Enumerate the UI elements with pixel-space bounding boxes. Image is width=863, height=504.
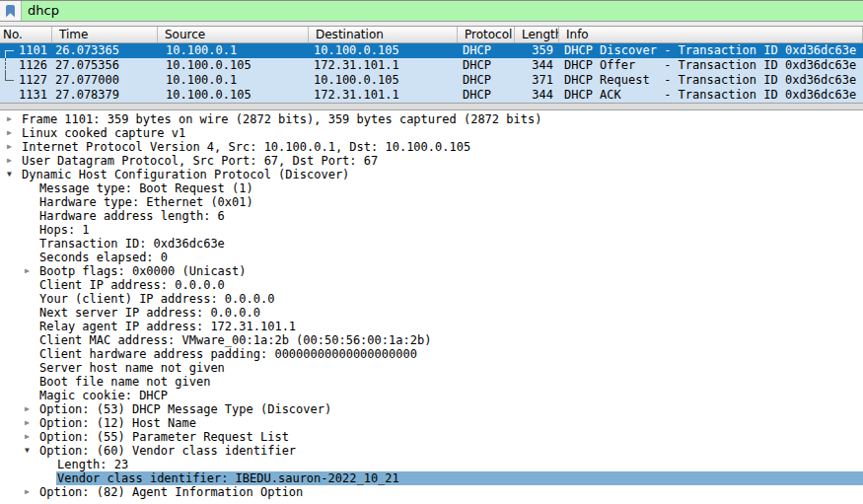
packet-cell-destination: 10.100.0.105 — [309, 43, 458, 58]
detail-row-text: Client IP address: 0.0.0.0 — [39, 278, 225, 292]
detail-tree-row[interactable]: Seconds elapsed: 0 — [0, 251, 863, 264]
packet-list-header: No.TimeSourceDestinationProtocolLengthIn… — [0, 27, 863, 43]
detail-row-text: Option: (60) Vendor class identifier — [39, 444, 296, 458]
expand-arrow-icon[interactable]: ▶ — [25, 430, 30, 444]
detail-row-text: Message type: Boot Request (1) — [39, 181, 253, 195]
packet-cell-source: 10.100.0.1 — [158, 43, 309, 58]
detail-row-text: Boot file name not given — [39, 375, 210, 389]
expand-arrow-icon[interactable]: ▶ — [25, 402, 30, 416]
detail-tree-row[interactable]: Magic cookie: DHCP — [0, 389, 863, 402]
detail-row-text: Internet Protocol Version 4, Src: 10.100… — [22, 140, 470, 154]
column-header-protocol[interactable]: Protocol — [458, 27, 515, 42]
column-header-time[interactable]: Time — [52, 27, 158, 42]
expand-arrow-icon[interactable]: ▶ — [25, 485, 30, 499]
detail-tree-row[interactable]: ▶Option: (55) Parameter Request List — [0, 430, 863, 444]
detail-row-text: Option: (53) DHCP Message Type (Discover… — [39, 402, 331, 416]
expand-arrow-icon[interactable]: ▶ — [7, 140, 12, 154]
detail-row-text: Bootp flags: 0x0000 (Unicast) — [39, 264, 247, 278]
detail-row-text: Client MAC address: VMware_00:1a:2b (00:… — [39, 333, 431, 347]
detail-tree-row[interactable]: Transaction ID: 0xd36dc63e — [0, 237, 863, 251]
packet-cell-no: 1101 — [0, 43, 52, 58]
detail-tree-row[interactable]: Client MAC address: VMware_00:1a:2b (00:… — [0, 333, 863, 347]
packet-cell-no: 1127 — [0, 73, 52, 88]
packet-cell-protocol: DHCP — [458, 73, 515, 88]
detail-tree-row[interactable]: ▶Linux cooked capture v1 — [0, 126, 863, 140]
detail-tree-row[interactable]: Your (client) IP address: 0.0.0.0 — [0, 292, 863, 306]
packet-row[interactable]: 112727.07700010.100.0.110.100.0.105DHCP3… — [0, 73, 863, 88]
detail-tree-row[interactable]: Hops: 1 — [0, 223, 863, 237]
pane-splitter[interactable] — [0, 103, 863, 110]
packet-cell-time: 27.075356 — [52, 58, 158, 73]
expand-arrow-icon[interactable]: ▶ — [7, 154, 12, 168]
detail-row-text: Dynamic Host Configuration Protocol (Dis… — [22, 168, 349, 181]
packet-row[interactable]: 112627.07535610.100.0.105172.31.101.1DHC… — [0, 58, 863, 73]
expand-arrow-icon[interactable]: ▶ — [7, 126, 12, 140]
column-header-length[interactable]: Length — [515, 27, 559, 42]
detail-tree-row[interactable]: ▶Option: (12) Host Name — [0, 416, 863, 430]
detail-row-text: Option: (55) Parameter Request List — [39, 430, 289, 444]
packet-cell-protocol: DHCP — [458, 43, 515, 58]
detail-tree-row[interactable]: Vendor class identifier: IBEDU.sauron-20… — [0, 471, 863, 485]
detail-tree-row[interactable]: Hardware address length: 6 — [0, 209, 863, 223]
filter-bookmark-button[interactable] — [0, 1, 22, 21]
detail-row-text: Next server IP address: 0.0.0.0 — [39, 306, 260, 320]
column-header-destination[interactable]: Destination — [309, 27, 458, 42]
packet-cell-destination: 10.100.0.105 — [309, 73, 458, 88]
detail-row-text: Client hardware address padding: 0000000… — [39, 347, 417, 361]
expand-arrow-icon[interactable]: ▶ — [25, 264, 30, 278]
detail-row-text: Length: 23 — [57, 458, 128, 471]
detail-tree-row[interactable]: Client hardware address padding: 0000000… — [0, 347, 863, 361]
detail-row-text: Relay agent IP address: 172.31.101.1 — [39, 320, 296, 333]
packet-row[interactable]: 113127.07837910.100.0.105172.31.101.1DHC… — [0, 88, 863, 103]
detail-tree-row[interactable]: Hardware type: Ethernet (0x01) — [0, 195, 863, 209]
packet-cell-info: DHCP Request - Transaction ID 0xd36dc63e — [559, 73, 863, 88]
detail-tree-row[interactable]: ▼Option: (60) Vendor class identifier — [0, 444, 863, 458]
packet-cell-time: 27.078379 — [52, 88, 158, 103]
detail-row-text: Hops: 1 — [39, 223, 90, 237]
packet-cell-length: 344 — [515, 88, 559, 103]
expand-arrow-icon[interactable]: ▶ — [7, 112, 12, 126]
packet-cell-length: 344 — [515, 58, 559, 73]
detail-tree-row[interactable]: ▶Internet Protocol Version 4, Src: 10.10… — [0, 140, 863, 154]
column-header-no[interactable]: No. — [0, 27, 52, 42]
detail-tree-row[interactable]: ▶Option: (53) DHCP Message Type (Discove… — [0, 402, 863, 416]
packet-cell-time: 27.077000 — [52, 73, 158, 88]
packet-list-rows: 110126.07336510.100.0.110.100.0.105DHCP3… — [0, 43, 863, 103]
detail-row-text: Vendor class identifier: IBEDU.sauron-20… — [57, 471, 399, 485]
packet-detail-pane: ▶Frame 1101: 359 bytes on wire (2872 bit… — [0, 110, 863, 504]
packet-row[interactable]: 110126.07336510.100.0.110.100.0.105DHCP3… — [0, 43, 863, 58]
packet-cell-info: DHCP Discover - Transaction ID 0xd36dc63… — [559, 43, 863, 58]
detail-row-text: User Datagram Protocol, Src Port: 67, Ds… — [22, 154, 378, 168]
packet-cell-info: DHCP Offer - Transaction ID 0xd36dc63e — [559, 58, 863, 73]
packet-cell-source: 10.100.0.105 — [158, 58, 309, 73]
column-header-source[interactable]: Source — [158, 27, 309, 42]
detail-tree-row[interactable]: ▶Option: (82) Agent Information Option — [0, 485, 863, 499]
packet-cell-source: 10.100.0.1 — [158, 73, 309, 88]
detail-tree-row[interactable]: ▶User Datagram Protocol, Src Port: 67, D… — [0, 154, 863, 168]
collapse-arrow-icon[interactable]: ▼ — [25, 444, 30, 458]
detail-tree-row[interactable]: ▼Dynamic Host Configuration Protocol (Di… — [0, 168, 863, 181]
detail-row-text: Seconds elapsed: 0 — [39, 251, 168, 264]
detail-tree-row[interactable]: Relay agent IP address: 172.31.101.1 — [0, 320, 863, 333]
detail-tree-row[interactable]: Boot file name not given — [0, 375, 863, 389]
detail-row-text: Hardware address length: 6 — [39, 209, 225, 223]
display-filter-input[interactable] — [22, 1, 863, 21]
detail-tree-row[interactable]: Next server IP address: 0.0.0.0 — [0, 306, 863, 320]
detail-row-text: Server host name not given — [39, 361, 225, 375]
detail-row-text: Hardware type: Ethernet (0x01) — [39, 195, 253, 209]
expand-arrow-icon[interactable]: ▶ — [25, 416, 30, 430]
packet-cell-destination: 172.31.101.1 — [309, 88, 458, 103]
column-header-info[interactable]: Info — [559, 27, 863, 42]
detail-tree-row[interactable]: Client IP address: 0.0.0.0 — [0, 278, 863, 292]
detail-tree-row[interactable]: Length: 23 — [0, 458, 863, 471]
detail-row-text: Option: (82) Agent Information Option — [39, 485, 303, 499]
detail-tree-row[interactable]: ▶Frame 1101: 359 bytes on wire (2872 bit… — [0, 112, 863, 126]
detail-tree-row[interactable]: Server host name not given — [0, 361, 863, 375]
collapse-arrow-icon[interactable]: ▼ — [7, 168, 12, 181]
packet-cell-no: 1131 — [0, 88, 52, 103]
detail-row-text: Your (client) IP address: 0.0.0.0 — [39, 292, 274, 306]
display-filter-bar — [0, 1, 863, 22]
detail-tree-row[interactable]: ▶Bootp flags: 0x0000 (Unicast) — [0, 264, 863, 278]
detail-tree-row[interactable]: Message type: Boot Request (1) — [0, 181, 863, 195]
packet-cell-protocol: DHCP — [458, 58, 515, 73]
